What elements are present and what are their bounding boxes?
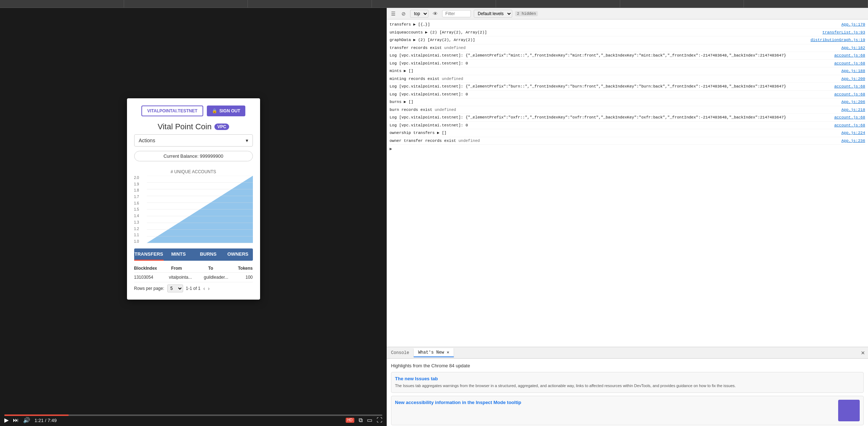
- whats-new-content: Highlights from the Chrome 84 update The…: [387, 359, 868, 426]
- volume-button[interactable]: 🔊: [23, 417, 30, 423]
- main-layout: VITALPOINTAI.TESTNET 🔒 SIGN OUT Vital Po…: [0, 8, 868, 426]
- console-link[interactable]: App.js:170: [841, 22, 865, 28]
- actions-dropdown[interactable]: Actions ▾: [134, 134, 253, 147]
- update-card-issues: The new Issues tab The Issues tab aggreg…: [391, 372, 864, 393]
- console-link[interactable]: distributionGraph.js:19: [810, 37, 865, 43]
- inspect-button[interactable]: 👁: [431, 10, 439, 17]
- distribution-chart: [147, 176, 253, 243]
- col-to: To: [208, 266, 227, 271]
- tab-whats-new[interactable]: What's New ✕: [414, 348, 454, 357]
- console-link[interactable]: App.js:200: [841, 76, 865, 82]
- next-button[interactable]: ⏭: [13, 417, 19, 423]
- console-link[interactable]: account.js:68: [834, 115, 865, 121]
- rows-per-page-select[interactable]: 5 10 25: [167, 284, 183, 292]
- devtools-bottom: Console What's New ✕ ✕ Highlights from t…: [387, 347, 868, 426]
- tab-console[interactable]: Console: [387, 349, 414, 357]
- rows-per-page-label: Rows per page:: [134, 286, 164, 291]
- actions-label: Actions: [139, 138, 155, 143]
- console-expand-caret[interactable]: ▶: [390, 146, 392, 152]
- console-entry: owner transfer records exist undefined A…: [390, 137, 865, 145]
- vpc-badge: VPC: [214, 124, 229, 130]
- video-content: VITALPOINTAI.TESTNET 🔒 SIGN OUT Vital Po…: [0, 8, 387, 412]
- filter-input[interactable]: [442, 10, 471, 17]
- console-link[interactable]: App.js:182: [841, 45, 865, 51]
- table-header: BlockIndex From To Tokens: [134, 264, 253, 273]
- play-button[interactable]: ▶: [4, 417, 9, 423]
- chevron-down-icon: ▾: [246, 138, 248, 143]
- tab-owners[interactable]: OWNERS: [223, 248, 253, 261]
- lock-icon: 🔒: [212, 108, 217, 113]
- testnet-button[interactable]: VITALPOINTAI.TESTNET: [141, 106, 203, 116]
- balance-badge: Current Balance: 999999900: [134, 151, 253, 161]
- console-entry: Log [vpc.vitalpointai.testnet]: 0 accoun…: [390, 91, 865, 99]
- update-card-thumbnail: [838, 400, 860, 421]
- fullscreen-button[interactable]: ⛶: [377, 417, 382, 423]
- col-blockindex: BlockIndex: [134, 266, 171, 271]
- progress-bar[interactable]: [4, 414, 382, 416]
- col-from: From: [171, 266, 208, 271]
- console-entry: minting records exist undefined App.js:2…: [390, 75, 865, 83]
- video-area: VITALPOINTAI.TESTNET 🔒 SIGN OUT Vital Po…: [0, 8, 387, 426]
- console-link[interactable]: account.js:68: [834, 53, 865, 59]
- progress-bar-fill: [4, 414, 69, 416]
- console-entry: Log [vpc.vitalpointai.testnet]: {"_eleme…: [390, 52, 865, 60]
- console-link[interactable]: App.js:236: [841, 138, 865, 144]
- console-entry: burn records exist undefined App.js:218: [390, 106, 865, 114]
- devtools-menu-button[interactable]: ☰: [390, 10, 397, 17]
- app-header: VITALPOINTAI.TESTNET 🔒 SIGN OUT: [134, 106, 253, 116]
- top-bar-segment: [496, 0, 620, 8]
- levels-select[interactable]: Default levels: [474, 10, 512, 18]
- console-link[interactable]: account.js:68: [834, 84, 865, 90]
- top-bar-segment: [0, 0, 124, 8]
- current-time: 1:21: [35, 418, 44, 423]
- console-entry: mints ▶ [] App.js:188: [390, 67, 865, 75]
- next-page-button[interactable]: ›: [208, 286, 210, 291]
- top-bar: [0, 0, 868, 8]
- top-bar-segment: [124, 0, 248, 8]
- update-card-accessibility: New accessibility information in the Ins…: [391, 396, 864, 425]
- miniplayer-button[interactable]: ⧉: [359, 417, 363, 423]
- console-link[interactable]: App.js:224: [841, 130, 865, 136]
- console-entry: Log [vpc.vitalpointai.testnet]: 0 accoun…: [390, 122, 865, 130]
- cell-to: guildleader...: [204, 275, 228, 280]
- cell-from: vitalpointa...: [169, 275, 204, 280]
- top-bar-segment: [372, 0, 496, 8]
- console-link[interactable]: transferList.js:93: [822, 30, 865, 36]
- tab-transfers[interactable]: TRANSFERS: [134, 248, 164, 261]
- devtools-prohibit-button[interactable]: ⊘: [400, 10, 407, 17]
- top-bar-segment: [248, 0, 372, 8]
- unique-accounts-label: # UNIQUE ACCOUNTS: [134, 169, 253, 174]
- theater-button[interactable]: ▭: [367, 417, 372, 423]
- whats-new-title: Highlights from the Chrome 84 update: [391, 363, 864, 368]
- video-controls: ▶ ⏭ 🔊 1:21 / 7:49 HD ⧉ ▭ ⛶: [0, 412, 387, 426]
- hd-badge-button[interactable]: HD: [346, 418, 354, 423]
- app-panel: VITALPOINTAI.TESTNET 🔒 SIGN OUT Vital Po…: [127, 98, 260, 300]
- pagination-bar: Rows per page: 5 10 25 1-1 of 1 ‹ ›: [134, 284, 253, 292]
- console-link[interactable]: App.js:206: [841, 99, 865, 105]
- bottom-close-button[interactable]: ✕: [858, 349, 868, 357]
- prev-page-button[interactable]: ‹: [203, 286, 205, 291]
- tab-mints[interactable]: MINTS: [164, 248, 194, 261]
- console-link[interactable]: account.js:68: [834, 60, 865, 67]
- devtools-toolbar: ☰ ⊘ top 👁 Default levels 2 hidden: [387, 8, 868, 19]
- accessibility-title: New accessibility information in the Ins…: [395, 400, 835, 405]
- console-area: transfers ▶ [{…}] App.js:170 uniqueaccou…: [387, 19, 868, 347]
- console-entry: Log [vpc.vitalpointai.testnet]: {"_eleme…: [390, 83, 865, 91]
- console-entry: graphData ▶ (2) [Array(2), Array(2)] dis…: [390, 36, 865, 44]
- signout-button[interactable]: 🔒 SIGN OUT: [207, 106, 245, 116]
- console-entry: ownership transfers ▶ [] App.js:224: [390, 129, 865, 137]
- coin-title: Vital Point Coin VPC: [134, 122, 253, 131]
- console-entry: Log [vpc.vitalpointai.testnet]: 0 accoun…: [390, 60, 865, 68]
- tab-burns[interactable]: BURNS: [194, 248, 223, 261]
- console-link[interactable]: account.js:68: [834, 91, 865, 98]
- top-bar-segment: [620, 0, 744, 8]
- console-link[interactable]: App.js:188: [841, 68, 865, 74]
- console-entry: transfer records exist undefined App.js:…: [390, 44, 865, 52]
- console-link[interactable]: App.js:218: [841, 107, 865, 113]
- controls-row: ▶ ⏭ 🔊 1:21 / 7:49 HD ⧉ ▭ ⛶: [4, 417, 382, 423]
- console-link[interactable]: account.js:68: [834, 122, 865, 129]
- top-bar-segment: [744, 0, 868, 8]
- table-row: 13103054 vitalpointa... guildleader... 1…: [134, 273, 253, 282]
- context-select[interactable]: top: [410, 10, 428, 18]
- console-entry: burns ▶ [] App.js:206: [390, 98, 865, 106]
